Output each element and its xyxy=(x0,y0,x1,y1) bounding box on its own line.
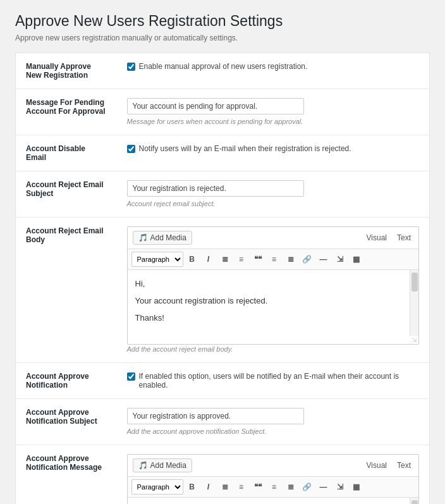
label-manually-approve: Manually Approve New Registration xyxy=(16,53,117,89)
checkbox-disable-email[interactable] xyxy=(127,145,135,153)
settings-table: Manually Approve New Registration Enable… xyxy=(15,52,430,504)
italic-btn[interactable]: I xyxy=(201,479,216,495)
value-reject-subject: Account reject email subject. xyxy=(117,171,430,218)
align-left-btn[interactable]: ≡ xyxy=(267,252,282,267)
input-pending-message[interactable] xyxy=(127,98,304,114)
checkbox-label-manually-approve: Enable manual approval of new users regi… xyxy=(139,62,308,71)
bold-btn[interactable]: B xyxy=(185,479,200,495)
value-approve-subject: Add the account approve notification Sub… xyxy=(117,399,430,445)
hint-reject-body: Add the account reject email body. xyxy=(127,345,233,353)
value-approve-message: 🎵 Add Media Visual Text Paragraph B I ≣ … xyxy=(117,445,430,504)
horizontal-rule-btn[interactable]: ― xyxy=(316,252,331,267)
label-reject-body: Account Reject Email Body xyxy=(16,218,117,363)
editor-toolbar: Paragraph B I ≣ ≡ ❝❝ ≡ ≣ 🔗 ― ⇲ ▦ xyxy=(128,477,419,498)
media-icon: 🎵 xyxy=(138,461,148,470)
editor-content-reject-body[interactable]: Hi,Your account registration is rejected… xyxy=(128,270,419,336)
hint-reject-subject: Account reject email subject. xyxy=(127,200,216,207)
horizontal-rule-btn[interactable]: ― xyxy=(316,479,331,495)
label-disable-email: Account Disable Email xyxy=(16,135,117,171)
checkbox-label-disable-email: Notify users will by an E-mail when thei… xyxy=(139,144,351,153)
align-left-btn[interactable]: ≡ xyxy=(267,479,282,495)
page-title: Approve New Users Registration Settings xyxy=(15,13,430,30)
blockquote-btn[interactable]: ❝❝ xyxy=(250,252,265,267)
align-center-btn[interactable]: ≣ xyxy=(283,479,298,495)
editor-wrapper-approve-message: Hi,Your account registration is approved… xyxy=(128,498,419,504)
input-approve-subject[interactable] xyxy=(127,408,304,424)
checkbox-manually-approve[interactable] xyxy=(127,63,135,71)
value-disable-email: Notify users will by an E-mail when thei… xyxy=(117,135,430,171)
page-subtitle: Approve new users registration manually … xyxy=(15,34,430,42)
scrollbar-reject-body[interactable] xyxy=(410,270,418,336)
ordered-list-btn[interactable]: ≡ xyxy=(234,252,249,267)
editor-reject-body: 🎵 Add Media Visual Text Paragraph B I ≣ … xyxy=(127,226,420,345)
editor-header-reject-body: 🎵 Add Media Visual Text xyxy=(128,227,419,249)
format-select[interactable]: Paragraph xyxy=(131,252,183,267)
link-btn[interactable]: 🔗 xyxy=(300,252,315,267)
blockquote-btn[interactable]: ❝❝ xyxy=(250,479,265,495)
editor-toolbar: Paragraph B I ≣ ≡ ❝❝ ≡ ≣ 🔗 ― ⇲ ▦ xyxy=(128,249,419,270)
checkbox-label-approve-notification: If enabled this option, users will be no… xyxy=(139,372,420,390)
hint-approve-subject: Add the account approve notification Sub… xyxy=(127,427,267,435)
input-reject-subject[interactable] xyxy=(127,180,304,197)
visual-tab-approve-message[interactable]: Visual xyxy=(364,460,389,471)
resize-handle-reject-body[interactable]: ⇲ xyxy=(128,336,419,344)
value-reject-body: 🎵 Add Media Visual Text Paragraph B I ≣ … xyxy=(117,218,430,363)
align-center-btn[interactable]: ≣ xyxy=(283,252,298,267)
editor-header-approve-message: 🎵 Add Media Visual Text xyxy=(128,455,419,477)
bold-btn[interactable]: B xyxy=(185,252,200,267)
label-reject-subject: Account Reject Email Subject xyxy=(16,171,117,218)
table-btn[interactable]: ▦ xyxy=(349,479,364,495)
link-btn[interactable]: 🔗 xyxy=(300,479,315,495)
add-media-btn-approve-message[interactable]: 🎵 Add Media xyxy=(133,458,192,472)
label-approve-message: Account Approve Notification Message xyxy=(16,445,117,504)
visual-text-tabs-approve-message: Visual Text xyxy=(364,460,413,471)
checkbox-approve-notification[interactable] xyxy=(127,372,135,381)
scrollbar-approve-message[interactable] xyxy=(410,498,418,504)
value-approve-notification: If enabled this option, users will be no… xyxy=(117,363,430,399)
editor-wrapper-reject-body: Hi,Your account registration is rejected… xyxy=(128,270,419,336)
fullscreen-btn[interactable]: ⇲ xyxy=(332,252,348,267)
label-pending-message: Message For Pending Account For Approval xyxy=(16,89,117,135)
value-manually-approve: Enable manual approval of new users regi… xyxy=(117,53,430,89)
label-approve-subject: Account Approve Notification Subject xyxy=(16,399,117,445)
editor-content-approve-message[interactable]: Hi,Your account registration is approved… xyxy=(128,498,419,504)
unordered-list-btn[interactable]: ≣ xyxy=(217,479,233,495)
visual-tab-reject-body[interactable]: Visual xyxy=(364,232,389,243)
table-btn[interactable]: ▦ xyxy=(349,252,364,267)
add-media-btn-reject-body[interactable]: 🎵 Add Media xyxy=(133,231,192,245)
editor-approve-message: 🎵 Add Media Visual Text Paragraph B I ≣ … xyxy=(127,454,420,504)
scrollbar-thumb-reject-body[interactable] xyxy=(411,273,418,292)
visual-text-tabs-reject-body: Visual Text xyxy=(364,232,413,243)
text-tab-approve-message[interactable]: Text xyxy=(394,460,413,471)
media-icon: 🎵 xyxy=(138,233,148,242)
unordered-list-btn[interactable]: ≣ xyxy=(217,252,233,267)
value-pending-message: Message for users when account is pendin… xyxy=(117,89,430,135)
ordered-list-btn[interactable]: ≡ xyxy=(234,479,249,495)
text-tab-reject-body[interactable]: Text xyxy=(394,232,413,243)
label-approve-notification: Account Approve Notification xyxy=(16,363,117,399)
italic-btn[interactable]: I xyxy=(201,252,216,267)
scrollbar-thumb-approve-message[interactable] xyxy=(411,500,418,504)
hint-pending-message: Message for users when account is pendin… xyxy=(127,118,303,125)
fullscreen-btn[interactable]: ⇲ xyxy=(332,479,348,495)
format-select[interactable]: Paragraph xyxy=(131,479,183,495)
